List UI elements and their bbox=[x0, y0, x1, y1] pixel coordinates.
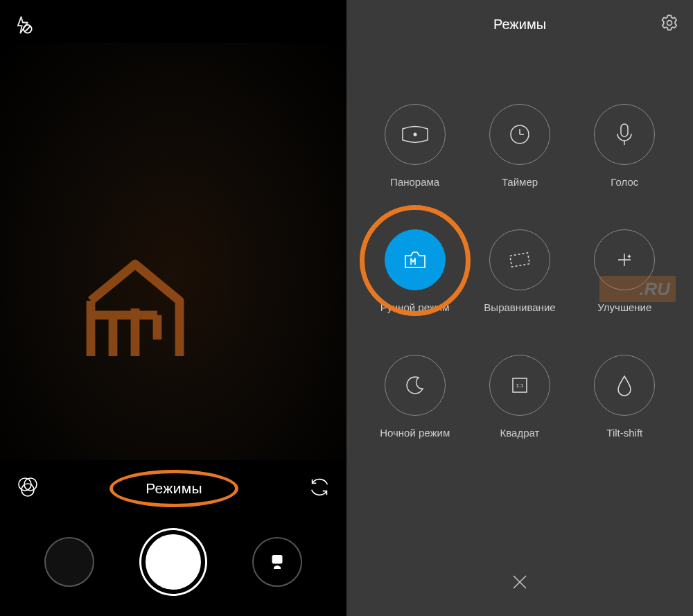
filters-icon[interactable] bbox=[15, 475, 40, 502]
modes-panel: Режимы Панорама bbox=[346, 0, 693, 616]
mode-label: Ручной режим bbox=[380, 301, 450, 313]
mode-manual[interactable]: Ручной режим bbox=[366, 229, 464, 313]
mode-tiltshift[interactable]: Tilt-shift bbox=[576, 355, 674, 439]
flash-icon[interactable] bbox=[14, 15, 33, 35]
mode-square[interactable]: 1:1 Квадрат bbox=[471, 355, 568, 439]
close-button[interactable] bbox=[509, 572, 530, 595]
mode-timer[interactable]: Таймер bbox=[471, 104, 568, 188]
mode-night[interactable]: Ночной режим bbox=[366, 355, 464, 439]
mode-panorama[interactable]: Панорама bbox=[366, 104, 464, 188]
svg-text:1:1: 1:1 bbox=[516, 382, 524, 389]
mode-label: Голос bbox=[611, 176, 638, 188]
mode-label: Квадрат bbox=[500, 427, 540, 439]
switch-camera-icon[interactable] bbox=[308, 475, 331, 502]
mode-label: Таймер bbox=[502, 176, 538, 188]
modes-title: Режимы bbox=[493, 17, 546, 33]
svg-point-10 bbox=[667, 21, 672, 26]
enhance-icon bbox=[614, 249, 635, 270]
microphone-icon bbox=[615, 122, 634, 147]
camera-screen: Режимы bbox=[0, 0, 346, 616]
camera-bottom-bar: Режимы bbox=[0, 460, 346, 616]
watermark-icon bbox=[80, 251, 191, 362]
mode-voice[interactable]: Голос bbox=[576, 104, 674, 188]
settings-button[interactable] bbox=[660, 13, 679, 35]
moon-icon bbox=[405, 375, 426, 396]
mode-label: Выравнивание bbox=[484, 301, 555, 313]
panorama-icon bbox=[401, 125, 429, 143]
mode-label: Улучшение bbox=[597, 301, 651, 313]
camera-viewfinder[interactable] bbox=[0, 43, 346, 461]
straighten-icon bbox=[507, 249, 532, 270]
modes-button[interactable]: Режимы bbox=[146, 480, 202, 497]
shutter-button[interactable] bbox=[141, 530, 205, 594]
mode-label: Панорама bbox=[390, 176, 439, 188]
manual-icon bbox=[403, 249, 428, 270]
mode-label: Tilt-shift bbox=[606, 427, 642, 439]
svg-rect-9 bbox=[272, 555, 283, 564]
drop-icon bbox=[616, 374, 633, 396]
close-icon bbox=[509, 572, 530, 592]
mode-straighten[interactable]: Выравнивание bbox=[471, 229, 568, 313]
watermark-ru-badge: .RU bbox=[599, 276, 676, 302]
svg-line-1 bbox=[25, 26, 30, 32]
video-toggle-button[interactable] bbox=[252, 537, 302, 587]
svg-point-11 bbox=[413, 133, 416, 137]
timer-icon bbox=[508, 123, 532, 146]
svg-rect-15 bbox=[621, 124, 628, 137]
gallery-thumbnail[interactable] bbox=[44, 537, 94, 587]
mode-label: Ночной режим bbox=[380, 427, 450, 439]
watermark-ru-text: .RU bbox=[639, 279, 670, 300]
svg-rect-17 bbox=[510, 253, 529, 267]
square-icon: 1:1 bbox=[509, 375, 530, 396]
modes-label: Режимы bbox=[146, 480, 202, 497]
